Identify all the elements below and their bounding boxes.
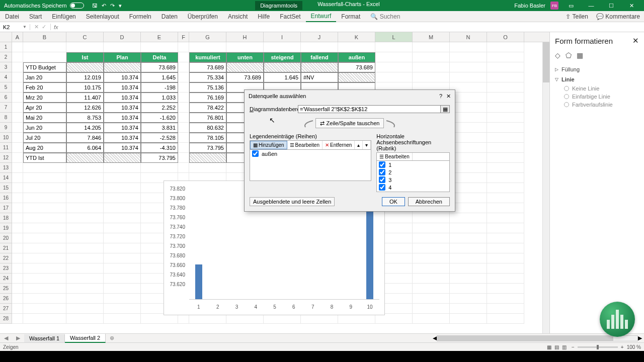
cell-B19[interactable] [23, 223, 66, 233]
cell-A7[interactable] [12, 103, 23, 113]
cell-D14[interactable] [104, 173, 141, 183]
cell-O28[interactable] [487, 314, 524, 324]
cell-I4[interactable]: 1.645 [264, 72, 301, 82]
cell-E2[interactable]: Delta [141, 52, 178, 62]
cell-O2[interactable] [487, 52, 524, 62]
option-no-line[interactable]: Keine Linie [555, 84, 639, 93]
add-series-button[interactable]: ▦ Hinzufügen [250, 141, 287, 149]
cell-C20[interactable] [66, 233, 104, 243]
cell-D10[interactable]: 10.374 [104, 133, 141, 143]
cell-L3[interactable] [375, 62, 413, 72]
cell-O20[interactable] [487, 233, 524, 243]
cell-N5[interactable] [450, 82, 487, 93]
cell-C11[interactable]: 6.064 [66, 143, 104, 153]
cell-C5[interactable]: 10.175 [66, 82, 104, 93]
row-header-5[interactable]: 5 [0, 82, 12, 93]
cell-A27[interactable] [12, 304, 23, 314]
cell-A16[interactable] [12, 193, 23, 203]
cell-F3[interactable] [178, 62, 189, 72]
cell-F4[interactable] [178, 72, 189, 82]
cell-O3[interactable] [487, 62, 524, 72]
cell-C9[interactable]: 14.205 [66, 123, 104, 133]
cell-E12[interactable]: 73.795 [141, 153, 178, 163]
cell-D8[interactable]: 10.374 [104, 113, 141, 123]
sheet-tab-2[interactable]: Wasserfall 2 [65, 334, 106, 343]
tab-formeln[interactable]: Formeln [124, 12, 156, 22]
cell-D3[interactable] [104, 62, 141, 72]
cell-C13[interactable] [66, 163, 104, 173]
cell-F7[interactable] [178, 103, 189, 113]
cell-F6[interactable] [178, 93, 189, 103]
cell-C18[interactable] [66, 213, 104, 223]
cell-C6[interactable]: 11.407 [66, 93, 104, 103]
cell-B10[interactable]: Jul 20 [23, 133, 66, 143]
share-button[interactable]: ⇪ Teilen [561, 12, 592, 22]
cell-N10[interactable] [450, 133, 487, 143]
zoom-out-icon[interactable]: − [572, 344, 575, 350]
cell-M2[interactable] [413, 52, 450, 62]
cell-E4[interactable]: 1.645 [141, 72, 178, 82]
cell-C4[interactable]: 12.019 [66, 72, 104, 82]
row-header-16[interactable]: 16 [0, 193, 12, 203]
fill-line-icon[interactable]: ◇ [555, 51, 560, 59]
cell-M26[interactable] [413, 294, 450, 304]
cell-N1[interactable] [450, 42, 487, 52]
cell-K4[interactable] [338, 72, 375, 82]
cell-E7[interactable]: 2.252 [141, 103, 178, 113]
axis-item[interactable]: 3 [377, 176, 449, 184]
col-header-C[interactable]: C [66, 32, 104, 42]
qat-dropdown-icon[interactable]: ▾ [119, 3, 122, 9]
cell-G3[interactable]: 73.689 [189, 62, 226, 72]
cell-B28[interactable] [23, 314, 66, 324]
cell-N12[interactable] [450, 153, 487, 163]
cell-F10[interactable] [178, 133, 189, 143]
tab-entwurf[interactable]: Entwurf [306, 11, 337, 22]
row-header-10[interactable]: 10 [0, 133, 12, 143]
cell-D5[interactable]: 10.374 [104, 82, 141, 93]
series-checkbox[interactable] [252, 150, 259, 157]
row-header-11[interactable]: 11 [0, 143, 12, 153]
cell-D25[interactable] [104, 284, 141, 294]
cell-E6[interactable]: 1.033 [141, 93, 178, 103]
page-break-icon[interactable]: ▥ [562, 344, 567, 350]
range-input[interactable] [298, 105, 441, 113]
cell-N15[interactable] [450, 183, 487, 193]
fx-icon[interactable]: fx [51, 24, 61, 30]
cell-E9[interactable]: 3.831 [141, 123, 178, 133]
cell-O24[interactable] [487, 274, 524, 284]
effects-icon[interactable]: ⬠ [566, 51, 572, 59]
cell-N8[interactable] [450, 113, 487, 123]
cell-O19[interactable] [487, 223, 524, 233]
zoom-control[interactable]: − + 100 % [572, 344, 641, 350]
cell-C12[interactable] [66, 153, 104, 163]
col-header-B[interactable]: B [23, 32, 66, 42]
cell-O5[interactable] [487, 82, 524, 93]
cell-C24[interactable] [66, 274, 104, 284]
cell-D20[interactable] [104, 233, 141, 243]
row-header-4[interactable]: 4 [0, 72, 12, 82]
cell-D13[interactable] [104, 163, 141, 173]
cell-K3[interactable]: 73.689 [338, 62, 375, 72]
cell-G9[interactable]: 80.632 [189, 123, 226, 133]
cell-A10[interactable] [12, 133, 23, 143]
cell-B1[interactable] [23, 42, 66, 52]
axis-checkbox[interactable] [379, 169, 385, 175]
cell-C10[interactable]: 7.846 [66, 133, 104, 143]
cell-C3[interactable] [66, 62, 104, 72]
cell-C28[interactable] [66, 314, 104, 324]
row-header-7[interactable]: 7 [0, 103, 12, 113]
tab-start[interactable]: Start [24, 12, 47, 22]
cell-F5[interactable] [178, 82, 189, 93]
cell-I1[interactable] [264, 42, 301, 52]
tab-daten[interactable]: Daten [156, 12, 183, 22]
sheet-nav-next-icon[interactable]: ▶ [12, 335, 24, 341]
tab-factset[interactable]: FactSet [275, 12, 305, 22]
col-header-I[interactable]: I [264, 32, 301, 42]
cell-B18[interactable] [23, 213, 66, 223]
cell-A18[interactable] [12, 213, 23, 223]
cell-F28[interactable] [178, 314, 189, 324]
dialog-titlebar[interactable]: Datenquelle auswählen ? ✕ [245, 90, 455, 102]
redo-icon[interactable]: ↷ [110, 3, 115, 9]
cell-A2[interactable] [12, 52, 23, 62]
col-header-E[interactable]: E [141, 32, 178, 42]
